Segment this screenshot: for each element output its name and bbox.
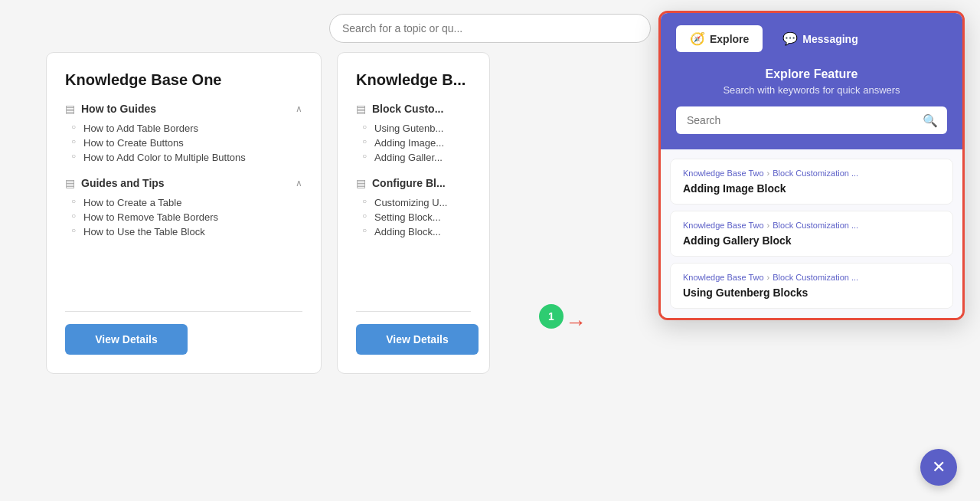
result-3-breadcrumb-2: Block Customization ...: [773, 273, 858, 282]
list-item[interactable]: Adding Galler...: [374, 150, 471, 165]
widget-tabs: 🧭 Explore 💬 Messaging: [676, 25, 947, 52]
list-item[interactable]: Adding Block...: [374, 224, 471, 239]
result-1-breadcrumb-1: Knowledge Base Two: [683, 169, 764, 178]
messaging-tab-icon: 💬: [782, 31, 798, 46]
result-2-breadcrumb-1: Knowledge Base Two: [683, 221, 764, 230]
kb1-section-2-items: How to Create a Table How to Remove Tabl…: [65, 195, 302, 239]
annotation-arrow: →: [565, 310, 586, 335]
list-item[interactable]: Using Gutenb...: [374, 121, 471, 136]
widget-results: Knowledge Base Two › Block Customization…: [661, 149, 962, 318]
widget-explore-title: Explore Feature: [676, 67, 947, 81]
list-item[interactable]: How to Create Buttons: [83, 136, 302, 150]
result-3-breadcrumb-1: Knowledge Base Two: [683, 273, 764, 282]
result-1-breadcrumb-sep: ›: [767, 169, 770, 178]
folder-icon-2: ▤: [65, 177, 75, 189]
widget-search-wrap: 🔍: [676, 106, 947, 134]
folder-icon-3: ▤: [356, 103, 366, 115]
chevron-up-icon-1[interactable]: ∧: [296, 103, 302, 114]
result-1-breadcrumb: Knowledge Base Two › Block Customization…: [683, 169, 940, 178]
kb1-section-1-items: How to Add Table Borders How to Create B…: [65, 121, 302, 165]
kb2-section-1-header: ▤ Block Custo...: [356, 103, 471, 115]
kb2-title: Knowledge B...: [356, 71, 471, 89]
widget-panel: 🧭 Explore 💬 Messaging Explore Feature Se…: [658, 11, 965, 320]
result-2-breadcrumb-sep: ›: [767, 221, 770, 230]
folder-icon-1: ▤: [65, 103, 75, 115]
kb2-divider: [356, 311, 471, 312]
kb1-title: Knowledge Base One: [65, 71, 302, 89]
result-2-title: Adding Gallery Block: [683, 234, 940, 247]
result-2-breadcrumb-2: Block Customization ...: [773, 221, 858, 230]
close-icon: ✕: [932, 457, 946, 477]
kb2-section-2: ▤ Configure Bl... Customizing U... Setti…: [356, 177, 471, 239]
kb2-section-1-items: Using Gutenb... Adding Image... Adding G…: [356, 121, 471, 165]
widget-result-card-3[interactable]: Knowledge Base Two › Block Customization…: [670, 263, 953, 309]
kb2-view-details-button[interactable]: View Details: [356, 324, 479, 355]
kb1-section-1-header: ▤ How to Guides ∧: [65, 103, 302, 115]
widget-search-input[interactable]: [676, 106, 947, 134]
widget-header: 🧭 Explore 💬 Messaging Explore Feature Se…: [661, 13, 962, 149]
result-1-breadcrumb-2: Block Customization ...: [773, 169, 858, 178]
widget-result-card-2[interactable]: Knowledge Base Two › Block Customization…: [670, 211, 953, 257]
kb-card-2: Knowledge B... ▤ Block Custo... Using Gu…: [337, 52, 490, 374]
kb1-section-2-title: Guides and Tips: [81, 177, 165, 189]
result-3-title: Using Gutenberg Blocks: [683, 287, 940, 299]
result-3-breadcrumb: Knowledge Base Two › Block Customization…: [683, 273, 940, 282]
search-icon: 🔍: [923, 113, 938, 128]
tab-messaging[interactable]: 💬 Messaging: [769, 25, 871, 52]
kb2-section-2-title: Configure Bl...: [372, 177, 446, 189]
result-2-breadcrumb: Knowledge Base Two › Block Customization…: [683, 221, 940, 230]
top-search-input[interactable]: [329, 14, 651, 43]
widget-result-card-1[interactable]: Knowledge Base Two › Block Customization…: [670, 159, 953, 205]
kb1-divider: [65, 311, 302, 312]
chevron-up-icon-2[interactable]: ∧: [296, 178, 302, 188]
list-item[interactable]: How to Use the Table Block: [83, 224, 302, 239]
kb2-section-1: ▤ Block Custo... Using Gutenb... Adding …: [356, 103, 471, 165]
folder-icon-4: ▤: [356, 177, 366, 189]
kb2-section-2-header: ▤ Configure Bl...: [356, 177, 471, 189]
kb1-section-2-header: ▤ Guides and Tips ∧: [65, 177, 302, 189]
explore-tab-label: Explore: [710, 33, 749, 45]
list-item[interactable]: How to Add Table Borders: [83, 121, 302, 136]
kb-card-1: Knowledge Base One ▤ How to Guides ∧ How…: [46, 52, 322, 374]
list-item[interactable]: How to Remove Table Borders: [83, 210, 302, 224]
result-3-breadcrumb-sep: ›: [767, 273, 770, 282]
kb2-section-1-title: Block Custo...: [372, 103, 443, 115]
list-item[interactable]: Setting Block...: [374, 210, 471, 224]
tab-explore[interactable]: 🧭 Explore: [676, 25, 763, 52]
kb1-view-details-button[interactable]: View Details: [65, 324, 188, 355]
list-item[interactable]: How to Create a Table: [83, 195, 302, 210]
kb1-section-1: ▤ How to Guides ∧ How to Add Table Borde…: [65, 103, 302, 165]
kb1-section-1-title: How to Guides: [81, 103, 156, 115]
annotation-bubble: 1: [539, 304, 564, 329]
kb2-section-2-items: Customizing U... Setting Block... Adding…: [356, 195, 471, 239]
list-item[interactable]: Adding Image...: [374, 136, 471, 150]
result-1-title: Adding Image Block: [683, 182, 940, 195]
list-item[interactable]: How to Add Color to Multiple Buttons: [83, 150, 302, 165]
messaging-tab-label: Messaging: [802, 33, 858, 45]
kb1-section-2: ▤ Guides and Tips ∧ How to Create a Tabl…: [65, 177, 302, 239]
list-item[interactable]: Customizing U...: [374, 195, 471, 210]
close-button[interactable]: ✕: [920, 449, 957, 486]
widget-explore-subtitle: Search with keywords for quick answers: [676, 84, 947, 96]
explore-tab-icon: 🧭: [690, 31, 705, 46]
